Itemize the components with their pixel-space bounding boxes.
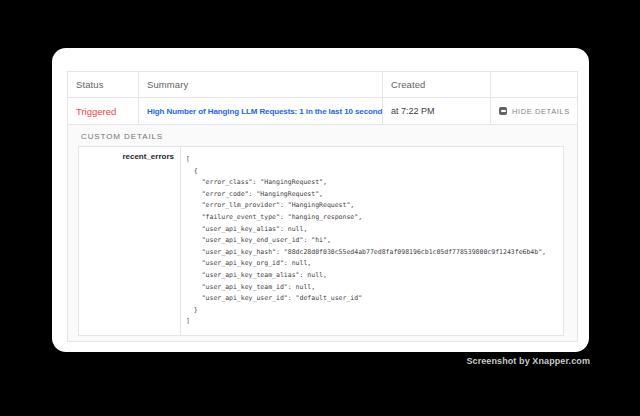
hide-details-label: HIDE DETAILS <box>512 107 570 116</box>
custom-details-box: recent_errors [ { "error_class": "Hangin… <box>78 146 564 336</box>
hide-details-button[interactable]: HIDE DETAILS <box>491 107 570 116</box>
screenshot-background: Status Summary Created Triggered High Nu… <box>0 0 640 416</box>
alert-card: Status Summary Created Triggered High Nu… <box>52 48 589 352</box>
summary-link[interactable]: High Number of Hanging LLM Requests: 1 i… <box>147 107 382 116</box>
table-header-row: Status Summary Created <box>68 72 577 98</box>
status-badge: Triggered <box>76 106 116 117</box>
summary-cell: High Number of Hanging LLM Requests: 1 i… <box>138 98 382 124</box>
custom-details-section: CUSTOM DETAILS recent_errors [ { "error_… <box>68 125 577 341</box>
custom-details-heading: CUSTOM DETAILS <box>81 132 564 141</box>
column-header-actions <box>490 72 577 97</box>
actions-cell: HIDE DETAILS <box>490 98 577 124</box>
created-timestamp: at 7:22 PM <box>391 106 435 116</box>
column-header-summary: Summary <box>138 72 382 97</box>
details-key-label: recent_errors <box>79 147 181 335</box>
alerts-table: Status Summary Created Triggered High Nu… <box>67 71 578 342</box>
table-row: Triggered High Number of Hanging LLM Req… <box>68 98 577 125</box>
column-header-status: Status <box>68 72 138 97</box>
json-content: [ { "error_class": "HangingRequest", "er… <box>181 147 563 328</box>
minus-square-icon <box>499 107 507 115</box>
column-header-created: Created <box>382 72 490 97</box>
details-value-panel: [ { "error_class": "HangingRequest", "er… <box>181 147 563 335</box>
created-cell: at 7:22 PM <box>382 98 490 124</box>
status-cell: Triggered <box>68 98 138 124</box>
xnapper-watermark: Screenshot by Xnapper.com <box>466 356 590 366</box>
